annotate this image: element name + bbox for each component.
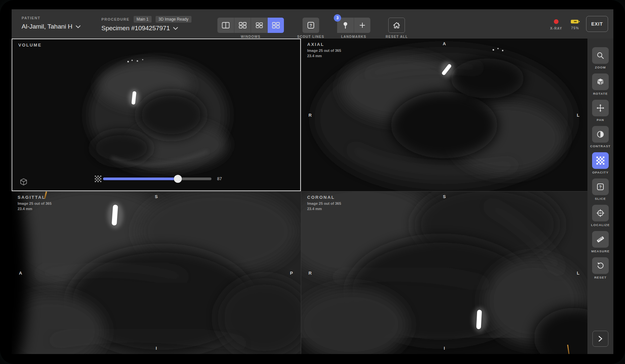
- reset-all-button[interactable]: [388, 18, 405, 33]
- coronal-orient-superior: S: [443, 194, 446, 199]
- layout-grid-a-button[interactable]: [234, 18, 251, 33]
- app-window: PATIENT Al-Jamil, Tahani H PROCEDURE Mai…: [12, 9, 613, 354]
- pan-button[interactable]: [592, 100, 609, 116]
- axial-orient-right-side: R: [309, 112, 312, 117]
- volume-scan-image: [12, 39, 300, 190]
- sidebar-expand-button[interactable]: [592, 331, 608, 347]
- pin-icon: [342, 22, 349, 29]
- procedure-label: PROCEDURE: [101, 17, 130, 21]
- crosshair-icon: [596, 209, 604, 217]
- reset-all-caption: RESET ALL: [386, 35, 408, 39]
- volume-title: VOLUME: [18, 43, 42, 48]
- procedure-badge-3d-ready: 3D Image Ready: [156, 16, 191, 23]
- axial-orient-anterior: A: [443, 41, 446, 46]
- main-area: VOLUME: [12, 39, 613, 354]
- tool-pan: PAN: [592, 100, 609, 122]
- magnifier-icon: [596, 52, 604, 60]
- landmarks-caption: LANDMARKS: [341, 35, 366, 39]
- opacity-slider-thumb[interactable]: [174, 175, 182, 183]
- landmarks-count-badge: 3: [334, 14, 341, 22]
- sagittal-meta-image: Image 25 out of 365: [18, 201, 52, 206]
- opacity-slider: 87: [12, 175, 300, 183]
- top-bar: PATIENT Al-Jamil, Tahani H PROCEDURE Mai…: [12, 9, 613, 39]
- coronal-orient-inferior: I: [444, 346, 445, 351]
- battery-status: 75%: [566, 19, 584, 30]
- layout-two-pane-button[interactable]: [217, 18, 234, 33]
- opacity-slider-fill: [103, 178, 178, 180]
- coronal-title: CORONAL: [307, 195, 341, 200]
- xray-status: X-RAY: [546, 19, 566, 30]
- viewport-coronal[interactable]: CORONAL Image 25 out of 365 23.4 mm S R …: [301, 191, 587, 354]
- sagittal-scan-image: [12, 191, 301, 354]
- opacity-slider-track[interactable]: [103, 178, 211, 180]
- chevron-down-icon: [173, 27, 178, 30]
- add-landmark-button[interactable]: [354, 18, 370, 33]
- axial-meta-image: Image 25 out of 365: [307, 48, 341, 54]
- tool-opacity: OPACITY: [592, 152, 609, 174]
- tool-reset: RESET: [592, 257, 609, 279]
- windows-group: WINDOWS: [217, 18, 284, 39]
- tool-contrast: CONTRAST: [590, 126, 611, 148]
- sagittal-orient-anterior: A: [19, 270, 22, 275]
- battery-percent: 75%: [571, 26, 579, 30]
- xray-indicator-icon: [554, 19, 559, 24]
- viewport-sagittal[interactable]: SAGITTAL Image 25 out of 365 23.4 mm S A…: [12, 191, 301, 354]
- scout-lines-group: ? SCOUT LINES: [297, 18, 324, 39]
- home-icon: [393, 22, 401, 29]
- patient-block: PATIENT Al-Jamil, Tahani H: [22, 16, 80, 30]
- procedure-badge-main: Main 1: [134, 16, 152, 23]
- axial-orient-left-side: L: [577, 112, 579, 117]
- chevron-right-icon: [598, 335, 603, 342]
- zoom-button[interactable]: [592, 47, 609, 64]
- specimen-selector[interactable]: Specimen #1094257971: [101, 25, 191, 32]
- reset-button[interactable]: [592, 257, 609, 274]
- windows-caption: WINDOWS: [241, 35, 261, 39]
- battery-icon: [570, 19, 580, 24]
- sagittal-title: SAGITTAL: [18, 195, 52, 200]
- scout-lines-caption: SCOUT LINES: [297, 35, 324, 39]
- patient-name: Al-Jamil, Tahani H: [22, 23, 72, 30]
- viewport-axial[interactable]: AXIAL Image 25 out of 365 23.4 mm A R L: [301, 39, 587, 191]
- opacity-button-active[interactable]: [592, 152, 609, 169]
- sagittal-orient-posterior: P: [290, 270, 293, 275]
- cube-icon: [596, 78, 604, 86]
- specimen-number: Specimen #1094257971: [101, 25, 170, 32]
- exit-button[interactable]: EXIT: [586, 16, 608, 32]
- tool-rotate: ROTATE: [592, 73, 609, 95]
- opacity-value: 87: [217, 176, 222, 181]
- tool-zoom: ZOOM: [592, 47, 609, 69]
- ruler-icon: [596, 235, 605, 244]
- rotate-button[interactable]: [592, 73, 609, 90]
- tool-measure: MEASURE: [591, 231, 609, 253]
- axial-scan-image: [301, 39, 587, 191]
- tool-sidebar: ZOOM ROTATE: [587, 39, 613, 354]
- contrast-button[interactable]: [592, 126, 609, 143]
- localize-button[interactable]: [592, 205, 609, 221]
- sagittal-orient-inferior: I: [156, 346, 157, 351]
- tool-localize: LOCALIZE: [591, 205, 610, 227]
- scout-lines-button[interactable]: ?: [303, 18, 319, 33]
- axial-meta-mm: 23.4 mm: [307, 54, 341, 59]
- coronal-meta-mm: 23.4 mm: [307, 206, 341, 212]
- coronal-meta-image: Image 25 out of 365: [307, 201, 341, 206]
- reset-all-group: RESET ALL: [386, 18, 408, 39]
- axial-title: AXIAL: [307, 42, 341, 47]
- plus-icon: [359, 22, 365, 28]
- four-pane-layout-icon: [256, 22, 263, 28]
- sagittal-meta-mm: 23.4 mm: [18, 206, 52, 212]
- scout-lines-icon: ?: [307, 22, 314, 29]
- slice-button[interactable]: ?: [592, 179, 609, 195]
- measure-button[interactable]: [592, 231, 609, 248]
- svg-text:?: ?: [599, 185, 601, 189]
- layout-grid-b-button[interactable]: [251, 18, 267, 33]
- svg-text:?: ?: [310, 23, 312, 28]
- patient-selector[interactable]: Al-Jamil, Tahani H: [22, 23, 80, 30]
- layout-grid-c-button-active[interactable]: [267, 18, 284, 33]
- viewport-volume[interactable]: VOLUME: [12, 39, 301, 191]
- patient-label: PATIENT: [22, 16, 80, 20]
- two-pane-layout-icon: [222, 22, 230, 29]
- viewport-grid: VOLUME: [12, 39, 587, 354]
- four-pane-layout-icon: [272, 22, 280, 29]
- sagittal-orient-superior: S: [155, 194, 158, 199]
- pan-arrows-icon: [596, 104, 604, 112]
